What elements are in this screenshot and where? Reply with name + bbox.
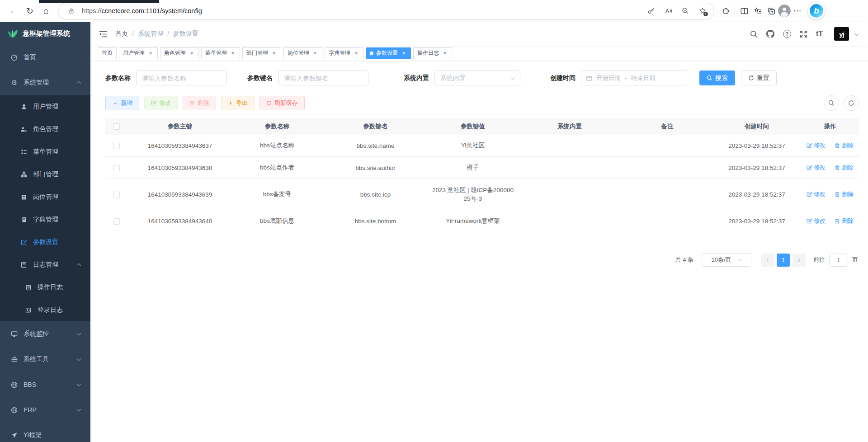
tab-param-settings[interactable]: 参数设置 × (366, 47, 411, 59)
tab-label: 角色管理 (164, 49, 186, 57)
row-checkbox[interactable] (113, 165, 120, 171)
sidebar-item-system-monitor[interactable]: 系统监控 (0, 321, 90, 347)
refresh-cache-button[interactable]: 刷新缓存 (259, 96, 305, 110)
row-edit-link[interactable]: 修改 (807, 141, 826, 150)
row-delete-link[interactable]: 删除 (835, 217, 854, 225)
close-icon[interactable]: × (401, 50, 407, 56)
date-range-picker[interactable]: 开始日期 - 结束日期 (581, 71, 687, 85)
browser-home-button[interactable]: ⌂ (38, 3, 54, 19)
zoom-out-icon[interactable] (679, 4, 692, 18)
sidebar-item-operation-log[interactable]: 操作日志 (0, 276, 90, 299)
add-button[interactable]: ＋ 新增 (105, 96, 139, 110)
search-button[interactable]: 搜索 (699, 71, 735, 85)
tab-dept-mgmt[interactable]: 部门管理 × (242, 47, 281, 59)
sidebar-item-role-mgmt[interactable]: 角色管理 (0, 118, 90, 141)
tab-role-mgmt[interactable]: 角色管理 × (160, 47, 199, 59)
param-key-input[interactable] (278, 71, 368, 85)
edit-button[interactable]: 修改 (144, 96, 178, 110)
bing-discover-icon[interactable]: b (808, 2, 825, 19)
collections-icon[interactable] (764, 4, 778, 18)
start-date-placeholder[interactable]: 开始日期 (596, 74, 621, 82)
close-icon[interactable]: × (271, 50, 277, 56)
close-icon[interactable]: × (312, 50, 318, 56)
row-delete-link[interactable]: 删除 (835, 190, 854, 198)
row-delete-link[interactable]: 删除 (835, 141, 854, 150)
next-page-button[interactable]: › (793, 254, 806, 267)
row-checkbox[interactable] (113, 218, 120, 225)
reset-button[interactable]: 重置 (741, 71, 777, 85)
select-all-checkbox[interactable] (113, 123, 120, 130)
tab-post-mgmt[interactable]: 岗位管理 × (283, 47, 322, 59)
sidebar-item-dept-mgmt[interactable]: 部门管理 (0, 163, 90, 186)
tab-user-mgmt[interactable]: 用户管理 × (119, 47, 158, 59)
prev-page-button[interactable]: ‹ (761, 254, 774, 267)
row-checkbox[interactable] (113, 192, 120, 198)
sidebar-collapse-icon[interactable] (97, 28, 109, 40)
browser-back-button[interactable]: ← (5, 3, 22, 19)
page-1-button[interactable]: 1 (777, 254, 790, 267)
split-screen-icon[interactable] (737, 4, 751, 18)
end-date-placeholder[interactable]: 结束日期 (631, 74, 656, 82)
sidebar-item-system-tools[interactable]: 系统工具 (0, 347, 90, 372)
sidebar-item-label: 系统管理 (24, 79, 49, 87)
favorites-bar-icon[interactable] (751, 4, 764, 18)
delete-button[interactable]: 删除 (183, 96, 216, 110)
edit-icon (20, 239, 28, 245)
builtin-select[interactable]: 系统内置 (434, 71, 520, 85)
search-icon[interactable] (750, 30, 758, 38)
tab-menu-mgmt[interactable]: 菜单管理 × (201, 47, 240, 59)
goto-page-input[interactable] (829, 254, 848, 267)
help-icon[interactable]: ? (783, 30, 791, 38)
export-button[interactable]: 导出 (221, 96, 255, 110)
table-header-row: 参数主键 参数名称 参数键名 参数键值 系统内置 备注 创建时间 操作 (105, 118, 859, 135)
browser-settings-menu-icon[interactable]: ⋯ (791, 4, 804, 18)
favorite-star-icon[interactable]: + (696, 4, 709, 18)
refresh-table-button[interactable] (844, 95, 859, 111)
github-icon[interactable] (766, 30, 774, 38)
close-icon[interactable]: × (147, 50, 154, 56)
sidebar-item-login-log[interactable]: 登录日志 (0, 299, 90, 321)
sidebar-item-log-mgmt[interactable]: 日志管理 (0, 254, 90, 276)
image-log-icon (24, 307, 32, 313)
close-icon[interactable]: × (189, 50, 195, 56)
close-icon[interactable]: × (230, 50, 236, 56)
password-key-icon[interactable] (644, 4, 658, 18)
browser-profile-avatar[interactable] (778, 5, 791, 17)
browser-refresh-button[interactable]: ↻ (22, 3, 38, 19)
fullscreen-icon[interactable] (800, 30, 807, 38)
chevron-down-icon[interactable] (854, 31, 859, 36)
cell-id: 1641030593384943640 (128, 210, 232, 232)
sidebar-item-system-mgmt[interactable]: ⚙ 系统管理 (0, 70, 90, 95)
sidebar-item-param-settings[interactable]: 参数设置 (0, 231, 90, 254)
sidebar-item-menu-mgmt[interactable]: 菜单管理 (0, 141, 90, 163)
sidebar-item-user-mgmt[interactable]: 用户管理 (0, 95, 90, 118)
cell-name: bbs底部信息 (232, 210, 322, 232)
sidebar-item-erp[interactable]: ERP (0, 397, 90, 423)
tab-dict-mgmt[interactable]: 字典管理 × (325, 47, 363, 59)
url-text: https://ccnetcore.com:1101/system/config (82, 7, 641, 14)
user-avatar[interactable]: yj (834, 27, 849, 41)
sidebar-item-post-mgmt[interactable]: 岗位管理 (0, 186, 90, 208)
sidebar-item-bbs[interactable]: BBS (0, 372, 90, 397)
sidebar-item-yi-framework[interactable]: Yi框架 (0, 423, 90, 442)
close-icon[interactable]: × (442, 50, 448, 56)
read-aloud-icon[interactable] (661, 4, 675, 18)
row-edit-link[interactable]: 修改 (807, 190, 826, 198)
breadcrumb-home[interactable]: 首页 (115, 30, 128, 38)
params-table: 参数主键 参数名称 参数键名 参数键值 系统内置 备注 创建时间 操作 1641… (105, 118, 859, 232)
address-bar[interactable]: https://ccnetcore.com:1101/system/config… (58, 3, 714, 19)
extensions-icon[interactable] (719, 4, 732, 18)
font-size-icon[interactable]: tT (816, 30, 823, 38)
sidebar-item-home[interactable]: 首页 (0, 45, 90, 70)
show-search-button[interactable] (824, 95, 839, 111)
sidebar-item-dict-mgmt[interactable]: 字典管理 (0, 208, 90, 231)
tab-operation-log[interactable]: 操作日志 × (413, 47, 452, 59)
tab-home[interactable]: 首页 (98, 47, 117, 59)
page-size-select[interactable]: 10条/页 (702, 253, 751, 267)
row-edit-link[interactable]: 修改 (807, 217, 826, 225)
row-delete-link[interactable]: 删除 (835, 164, 854, 172)
close-icon[interactable]: × (353, 50, 359, 56)
param-name-input[interactable] (136, 71, 226, 85)
row-checkbox[interactable] (113, 143, 120, 149)
row-edit-link[interactable]: 修改 (807, 164, 826, 172)
